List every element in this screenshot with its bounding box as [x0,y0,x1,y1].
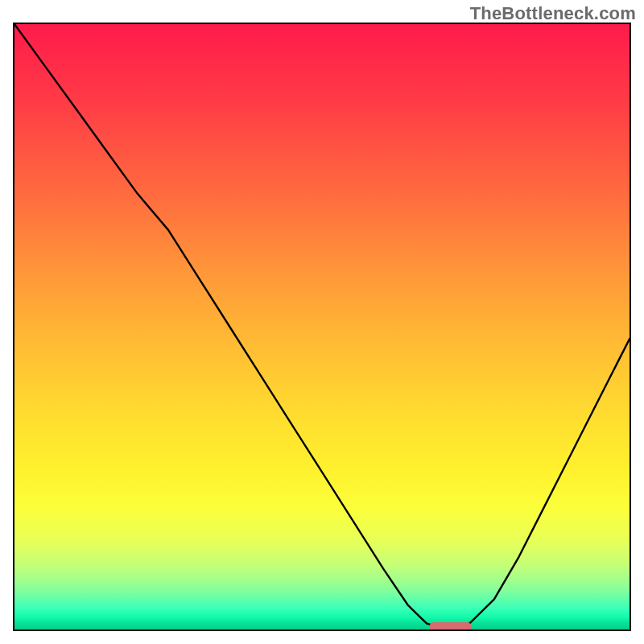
watermark-text: TheBottleneck.com [470,3,636,24]
chart-root: TheBottleneck.com [0,0,644,644]
bottleneck-curve [14,24,630,630]
optimal-marker [429,622,473,631]
plot-frame [13,23,631,631]
